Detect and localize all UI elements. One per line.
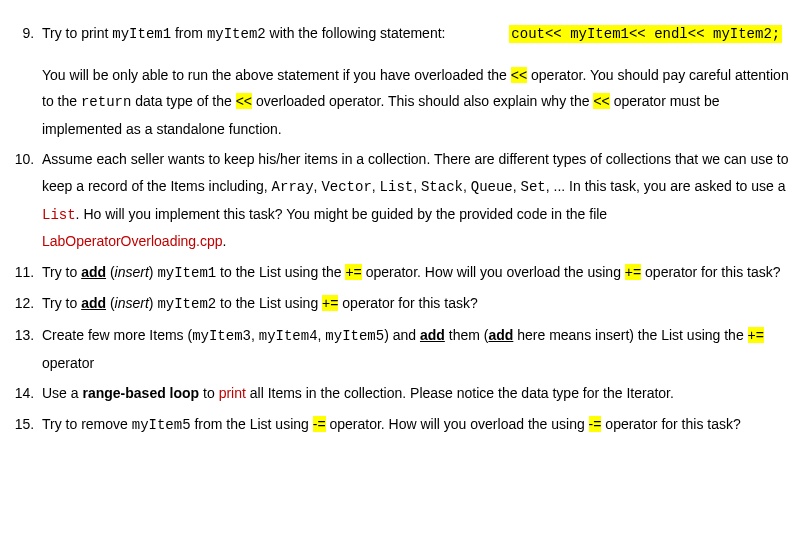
- op-minuseq-2: -=: [589, 416, 602, 432]
- q9-lead-b: from: [171, 25, 207, 41]
- q9-paragraph: You will be only able to run the above s…: [42, 62, 789, 143]
- q15-b: from the List using: [191, 416, 313, 432]
- question-14: Use a range-based loop to print all Item…: [38, 380, 789, 407]
- q11-e: operator. How will you overload the usin…: [362, 264, 625, 280]
- q13-e: operator: [42, 355, 94, 371]
- q12-e: operator for this task?: [338, 295, 477, 311]
- op-ltlt-3: <<: [593, 93, 609, 109]
- q10-c3: ,: [413, 178, 421, 194]
- op-pluseq-1: +=: [345, 264, 361, 280]
- question-9: Try to print myItem1 from myItem2 with t…: [38, 10, 789, 142]
- q13-c: them (: [445, 327, 489, 343]
- code-vector: Vector: [321, 179, 371, 195]
- question-11: Try to add (insert) myItem1 to the List …: [38, 259, 789, 287]
- code-myitem3: myItem3: [192, 328, 251, 344]
- code-myitem1: myItem1: [112, 26, 171, 42]
- op-pluseq-2: +=: [625, 264, 641, 280]
- question-13: Create few more Items (myItem3, myItem4,…: [38, 322, 789, 376]
- q10-c4: ,: [463, 178, 471, 194]
- code-myitem2: myItem2: [157, 296, 216, 312]
- code-return: return: [81, 94, 131, 110]
- op-minuseq-1: -=: [313, 416, 326, 432]
- q10-c: . Ho will you implement this task? You m…: [76, 206, 608, 222]
- file-name: LabOperatorOverloading.cpp: [42, 233, 223, 249]
- add-bold: add: [81, 295, 106, 311]
- code-array: Array: [272, 179, 314, 195]
- q12-b: (: [106, 295, 115, 311]
- code-myitem1: myItem1: [157, 265, 216, 281]
- code-set: Set: [521, 179, 546, 195]
- op-pluseq: +=: [748, 327, 764, 343]
- q10-d: .: [223, 233, 227, 249]
- q15-c: operator. How will you overload the usin…: [326, 416, 589, 432]
- question-12: Try to add (insert) myItem2 to the List …: [38, 290, 789, 318]
- q11-d: to the List using the: [216, 264, 345, 280]
- op-ltlt-2: <<: [236, 93, 252, 109]
- code-list: List: [380, 179, 414, 195]
- q15-a: Try to remove: [42, 416, 132, 432]
- q15-d: operator for this task?: [601, 416, 740, 432]
- q13-a: Create few more Items (: [42, 327, 192, 343]
- question-list: Try to print myItem1 from myItem2 with t…: [10, 10, 789, 438]
- q11-b: (: [106, 264, 115, 280]
- code-myitem5: myItem5: [132, 417, 191, 433]
- q9-pd: overloaded operator. This should also ex…: [252, 93, 593, 109]
- q12-d: to the List using: [216, 295, 322, 311]
- q13-c1: ,: [251, 327, 259, 343]
- q10-c5: ,: [513, 178, 521, 194]
- q10-c2: ,: [372, 178, 380, 194]
- q12-a: Try to: [42, 295, 81, 311]
- code-statement: cout<< myItem1<< endl<< myItem2;: [509, 25, 782, 43]
- code-stack: Stack: [421, 179, 463, 195]
- add-bold-1: add: [420, 327, 445, 343]
- code-myitem5: myItem5: [325, 328, 384, 344]
- q9-lead-c: with the following statement:: [266, 25, 446, 41]
- insert-italic: insert: [115, 295, 149, 311]
- q11-a: Try to: [42, 264, 81, 280]
- question-15: Try to remove myItem5 from the List usin…: [38, 411, 789, 439]
- code-queue: Queue: [471, 179, 513, 195]
- q14-a: Use a: [42, 385, 82, 401]
- add-bold: add: [81, 264, 106, 280]
- q14-c: all Items in the collection. Please noti…: [246, 385, 674, 401]
- question-10: Assume each seller wants to keep his/her…: [38, 146, 789, 254]
- op-pluseq: +=: [322, 295, 338, 311]
- q9-pa: You will be only able to run the above s…: [42, 67, 511, 83]
- op-ltlt-1: <<: [511, 67, 527, 83]
- q14-b: to: [199, 385, 218, 401]
- range-based-loop: range-based loop: [82, 385, 199, 401]
- code-statement-block: cout<< myItem1<< endl<< myItem2;: [509, 20, 782, 48]
- q10-b: , ... In this task, you are asked to use…: [546, 178, 786, 194]
- q13-b: ) and: [384, 327, 420, 343]
- print-red: print: [219, 385, 246, 401]
- code-list-red: List: [42, 207, 76, 223]
- q9-pc: data type of the: [131, 93, 235, 109]
- q9-lead-a: Try to print: [42, 25, 112, 41]
- insert-italic: insert: [115, 264, 149, 280]
- q11-f: operator for this task?: [641, 264, 780, 280]
- code-myitem4: myItem4: [259, 328, 318, 344]
- code-myitem2: myItem2: [207, 26, 266, 42]
- add-bold-2: add: [488, 327, 513, 343]
- q13-d: here means insert) the List using the: [513, 327, 747, 343]
